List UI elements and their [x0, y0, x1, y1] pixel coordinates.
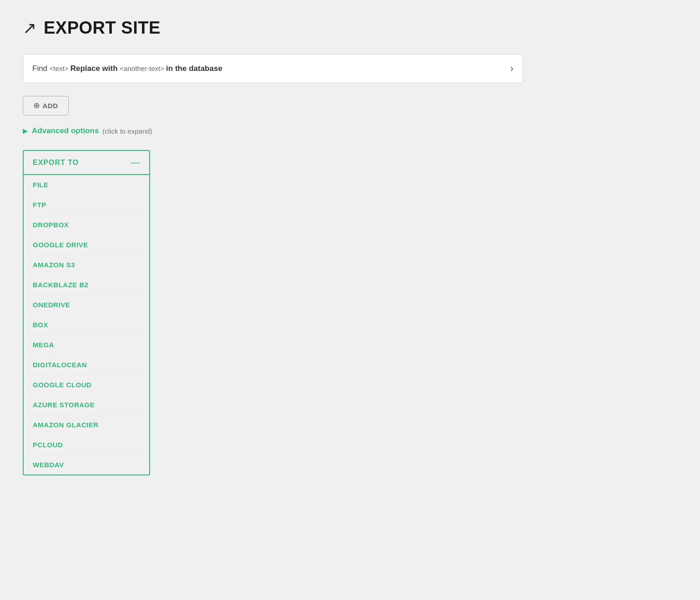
export-options-list: FILEFTPDROPBOXGOOGLE DRIVEAMAZON S3BACKB… [24, 175, 149, 475]
advanced-options-arrow-icon: ▶ [23, 127, 28, 135]
add-button-label: ADD [43, 102, 58, 110]
export-option-item[interactable]: AMAZON GLACIER [24, 415, 149, 435]
export-option-item[interactable]: GOOGLE DRIVE [24, 235, 149, 255]
in-database-label: in the database [166, 64, 222, 73]
export-option-item[interactable]: MEGA [24, 335, 149, 355]
export-option-item[interactable]: DIGITALOCEAN [24, 355, 149, 375]
export-icon: ↗ [23, 19, 36, 38]
export-panel: EXPORT TO — FILEFTPDROPBOXGOOGLE DRIVEAM… [23, 150, 150, 475]
export-option-item[interactable]: PCLOUD [24, 435, 149, 455]
export-option-item[interactable]: BACKBLAZE B2 [24, 275, 149, 295]
replace-code: <another-text> [120, 65, 166, 72]
find-replace-bar[interactable]: Find <text> Replace with <another-text> … [23, 54, 523, 83]
export-option-item[interactable]: AMAZON S3 [24, 255, 149, 275]
export-option-item[interactable]: FTP [24, 195, 149, 215]
export-option-item[interactable]: BOX [24, 315, 149, 335]
replace-label: Replace with [71, 64, 118, 73]
advanced-options[interactable]: ▶ Advanced options (click to expand) [23, 126, 677, 135]
find-replace-arrow-icon[interactable]: › [510, 63, 514, 75]
add-plus-icon: ⊕ [33, 101, 40, 110]
export-option-item[interactable]: AZURE STORAGE [24, 395, 149, 415]
export-panel-title: EXPORT TO [33, 159, 79, 167]
add-button[interactable]: ⊕ ADD [23, 96, 69, 115]
export-option-item[interactable]: GOOGLE CLOUD [24, 375, 149, 395]
export-option-item[interactable]: DROPBOX [24, 215, 149, 235]
export-option-item[interactable]: FILE [24, 175, 149, 195]
find-code: <text> [50, 65, 71, 72]
page-header: ↗ EXPORT SITE [23, 18, 677, 38]
page-title: EXPORT SITE [44, 18, 161, 38]
find-replace-text: Find <text> Replace with <another-text> … [32, 64, 222, 73]
export-option-item[interactable]: WEBDAV [24, 455, 149, 475]
advanced-options-hint: (click to expand) [102, 127, 152, 135]
export-panel-collapse-button[interactable]: — [131, 157, 140, 168]
find-label: Find [32, 64, 47, 73]
export-option-item[interactable]: ONEDRIVE [24, 295, 149, 315]
export-panel-header: EXPORT TO — [24, 151, 149, 175]
advanced-options-label: Advanced options [32, 126, 99, 135]
